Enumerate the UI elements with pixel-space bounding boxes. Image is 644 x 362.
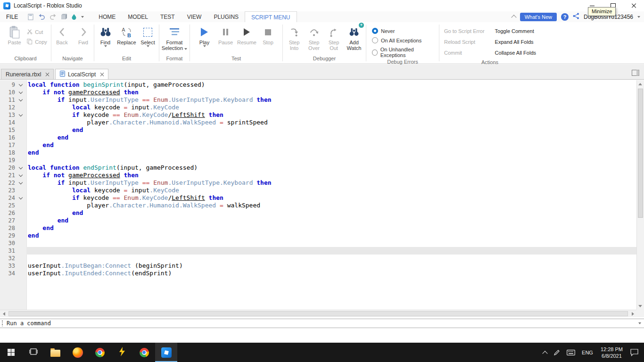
code-text[interactable]: [26, 156, 636, 164]
tab-model[interactable]: MODEL: [122, 11, 154, 22]
fold-chevron-icon[interactable]: [19, 82, 23, 86]
undo-icon[interactable]: [38, 14, 45, 20]
code-line-11[interactable]: 11 if input.UserInputType == Enum.UserIn…: [0, 96, 636, 104]
debug-errors-unhandled-exceptions-radio[interactable]: On Unhandled Exceptions: [372, 47, 433, 58]
play-caret-icon[interactable]: [203, 45, 206, 47]
toggle-comment-button[interactable]: Toggle Comment: [495, 26, 536, 37]
command-bar[interactable]: Run a command: [0, 319, 644, 328]
code-line-20[interactable]: 20local function endSprint(input, gamePr…: [0, 164, 636, 172]
copy-button[interactable]: Copy: [27, 39, 47, 45]
code-line-19[interactable]: 19: [0, 156, 636, 164]
code-text[interactable]: local keycode = input.KeyCode: [26, 104, 636, 111]
format-selection-caret-icon[interactable]: [184, 48, 187, 50]
code-text[interactable]: player.Character.Humanoid.WalkSpeed = sp…: [26, 119, 636, 126]
fold-chevron-icon[interactable]: [19, 97, 23, 101]
code-text[interactable]: player.Character.Humanoid.WalkSpeed = wa…: [26, 202, 636, 209]
collapse-all-folds-button[interactable]: Collapse All Folds: [495, 48, 536, 58]
code-text[interactable]: if keycode == Enum.KeyCode/LeftShift the…: [26, 111, 636, 119]
tab-view[interactable]: VIEW: [181, 11, 208, 22]
code-text[interactable]: if input.UserInputType == Enum.UserInput…: [26, 179, 636, 187]
code-line-26[interactable]: 26 end: [0, 209, 636, 217]
code-line-23[interactable]: 23 local keycode = input.KeyCode: [0, 187, 636, 194]
doc-tab-localscript[interactable]: LocalScript: [55, 69, 108, 79]
code-line-9[interactable]: 9local function beginSprint(input, gameP…: [0, 81, 636, 89]
add-watch-button[interactable]: + Add Watch: [344, 25, 364, 51]
scroll-right-icon[interactable]: [629, 310, 636, 318]
scroll-down-icon[interactable]: [636, 302, 644, 310]
code-text[interactable]: if keycode == Enum.KeyCode/LeftShift the…: [26, 194, 636, 202]
pen-input-icon[interactable]: [550, 343, 563, 362]
code-text[interactable]: [26, 247, 636, 255]
code-text[interactable]: userInput.InputBegan:Connect (beginSprin…: [26, 262, 636, 270]
code-line-10[interactable]: 10 if not gameProccessed then: [0, 89, 636, 96]
code-text[interactable]: local keycode = input.KeyCode: [26, 187, 636, 194]
select-caret-icon[interactable]: [147, 45, 149, 47]
resume-button[interactable]: Resume: [236, 25, 257, 45]
code-text[interactable]: end: [26, 134, 636, 141]
code-text[interactable]: local function endSprint(input, gameProc…: [26, 164, 636, 172]
expand-all-folds-button[interactable]: Expand All Folds: [495, 37, 536, 48]
paste-button[interactable]: Paste: [4, 25, 25, 45]
close-button[interactable]: [623, 0, 644, 11]
tab-script-menu[interactable]: SCRIPT MENU: [245, 11, 297, 23]
code-line-27[interactable]: 27 end: [0, 217, 636, 224]
fold-chevron-icon[interactable]: [19, 112, 23, 116]
paint-icon[interactable]: [71, 14, 77, 20]
doc-tab-runereria[interactable]: Runereria.rbxl: [1, 69, 54, 79]
code-line-29[interactable]: 29end: [0, 232, 636, 239]
code-text[interactable]: end: [26, 141, 636, 149]
code-line-25[interactable]: 25 player.Character.Humanoid.WalkSpeed =…: [0, 202, 636, 209]
code-text[interactable]: end: [26, 209, 636, 217]
play-button[interactable]: Play: [194, 25, 215, 47]
code-line-28[interactable]: 28 end: [0, 224, 636, 232]
panel-layout-icon[interactable]: [632, 69, 639, 78]
code-text[interactable]: end: [26, 217, 636, 224]
cut-button[interactable]: Cut: [27, 29, 47, 35]
share-icon[interactable]: [573, 13, 579, 21]
tray-chevron-up-icon[interactable]: [540, 343, 550, 362]
scroll-left-icon[interactable]: [0, 310, 8, 318]
code-line-18[interactable]: 18end: [0, 149, 636, 156]
replace-button[interactable]: AB Replace: [116, 25, 137, 45]
redo-icon[interactable]: [50, 14, 57, 20]
taskbar-clock[interactable]: 12:28 PM 6/8/2021: [596, 346, 627, 359]
code-line-34[interactable]: 34userInput.InputEnded:Connect(endSprint…: [0, 270, 636, 277]
close-tab-icon[interactable]: [100, 73, 104, 76]
code-line-21[interactable]: 21 if not gameProccessed then: [0, 172, 636, 179]
code-line-22[interactable]: 22 if input.UserInputType == Enum.UserIn…: [0, 179, 636, 187]
find-button[interactable]: Find: [95, 25, 116, 47]
action-center-icon[interactable]: [627, 343, 644, 362]
code-line-24[interactable]: 24 if keycode == Enum.KeyCode/LeftShift …: [0, 194, 636, 202]
code-lines[interactable]: 9local function beginSprint(input, gameP…: [0, 81, 636, 310]
command-bar-drag-handle-icon[interactable]: [2, 321, 3, 326]
file-explorer-button[interactable]: [44, 343, 66, 362]
code-line-16[interactable]: 16 end: [0, 134, 636, 141]
bolt-app-button[interactable]: [111, 343, 133, 362]
help-icon[interactable]: ?: [561, 13, 569, 21]
select-button[interactable]: Select: [137, 25, 158, 47]
go-to-script-error-button[interactable]: Go to Script Error: [444, 26, 485, 37]
reload-script-button[interactable]: Reload Script: [444, 37, 485, 48]
code-line-14[interactable]: 14 player.Character.Humanoid.WalkSpeed =…: [0, 119, 636, 126]
code-line-33[interactable]: 33userInput.InputBegan:Connect (beginSpr…: [0, 262, 636, 270]
horizontal-scroll-thumb[interactable]: [8, 311, 628, 316]
forward-button[interactable]: Fwd: [73, 25, 94, 45]
fold-chevron-icon[interactable]: [19, 90, 23, 93]
roblox-studio-taskbar-button[interactable]: [155, 343, 177, 362]
code-text[interactable]: end: [26, 232, 636, 239]
horizontal-scrollbar[interactable]: [0, 310, 636, 317]
code-line-15[interactable]: 15 end: [0, 126, 636, 134]
code-text[interactable]: if not gameProccessed then: [26, 89, 636, 96]
touch-keyboard-icon[interactable]: [563, 343, 578, 362]
whats-new-button[interactable]: What's New: [520, 13, 557, 21]
code-text[interactable]: if input.UserInputType == Enum.UserInput…: [26, 96, 636, 104]
code-line-12[interactable]: 12 local keycode = input.KeyCode: [0, 104, 636, 111]
code-line-31[interactable]: 31: [0, 247, 636, 255]
code-line-13[interactable]: 13 if keycode == Enum.KeyCode/LeftShift …: [0, 111, 636, 119]
step-over-button[interactable]: Step Over: [304, 25, 324, 51]
chrome-2-button[interactable]: [133, 343, 155, 362]
find-caret-icon[interactable]: [104, 45, 107, 47]
tab-test[interactable]: TEST: [154, 11, 181, 22]
code-line-30[interactable]: 30: [0, 239, 636, 247]
file-menu[interactable]: FILE: [0, 11, 24, 22]
